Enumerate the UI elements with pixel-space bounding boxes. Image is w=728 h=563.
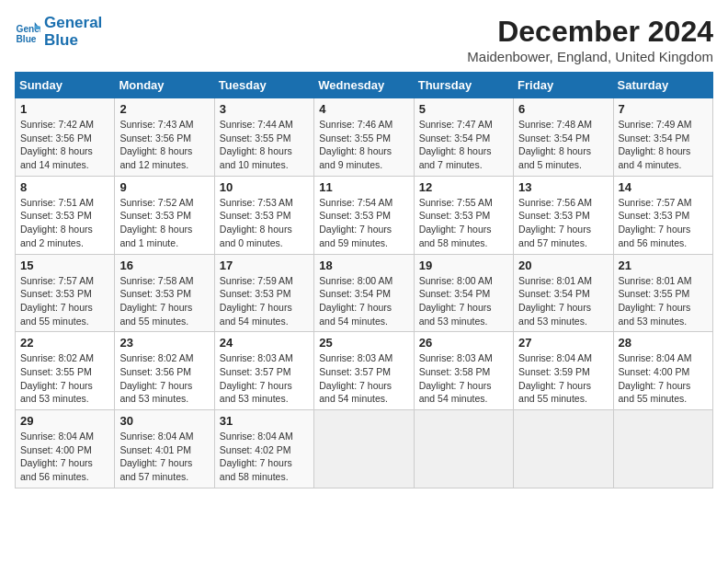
day-info: Sunrise: 8:01 AMSunset: 3:54 PMDaylight:… — [518, 275, 592, 327]
day-number: 7 — [619, 102, 708, 116]
calendar-cell: 8 Sunrise: 7:51 AMSunset: 3:53 PMDayligh… — [16, 176, 115, 254]
logo-blue: Blue — [44, 32, 102, 50]
weekday-header: Monday — [115, 73, 214, 98]
day-number: 23 — [119, 336, 209, 350]
weekday-header: Friday — [514, 73, 613, 98]
svg-text:Blue: Blue — [17, 34, 37, 44]
calendar-cell — [414, 410, 513, 488]
day-info: Sunrise: 8:04 AMSunset: 4:00 PMDaylight:… — [619, 352, 692, 404]
calendar-cell — [514, 410, 613, 488]
calendar-cell: 23 Sunrise: 8:02 AMSunset: 3:56 PMDaylig… — [115, 332, 214, 410]
calendar-week-row: 8 Sunrise: 7:51 AMSunset: 3:53 PMDayligh… — [16, 176, 713, 254]
calendar-cell: 30 Sunrise: 8:04 AMSunset: 4:01 PMDaylig… — [115, 410, 214, 488]
page-header: General Blue General Blue December 2024 … — [15, 15, 713, 64]
calendar-cell: 15 Sunrise: 7:57 AMSunset: 3:53 PMDaylig… — [16, 254, 115, 332]
calendar-cell: 29 Sunrise: 8:04 AMSunset: 4:00 PMDaylig… — [16, 410, 115, 488]
day-info: Sunrise: 8:00 AMSunset: 3:54 PMDaylight:… — [319, 275, 392, 327]
logo-icon: General Blue — [15, 19, 40, 45]
day-number: 22 — [20, 336, 109, 350]
calendar-cell: 24 Sunrise: 8:03 AMSunset: 3:57 PMDaylig… — [214, 332, 313, 410]
day-info: Sunrise: 8:01 AMSunset: 3:55 PMDaylight:… — [619, 275, 692, 327]
day-info: Sunrise: 7:58 AMSunset: 3:53 PMDaylight:… — [119, 275, 193, 327]
day-number: 24 — [220, 336, 309, 350]
day-info: Sunrise: 8:04 AMSunset: 4:02 PMDaylight:… — [220, 431, 293, 482]
day-info: Sunrise: 8:02 AMSunset: 3:56 PMDaylight:… — [119, 352, 193, 404]
calendar-cell: 13 Sunrise: 7:56 AMSunset: 3:53 PMDaylig… — [514, 176, 613, 254]
calendar-cell: 14 Sunrise: 7:57 AMSunset: 3:53 PMDaylig… — [613, 176, 712, 254]
location-title: Maidenbower, England, United Kingdom — [467, 49, 713, 64]
day-number: 14 — [619, 180, 708, 194]
day-info: Sunrise: 8:03 AMSunset: 3:57 PMDaylight:… — [319, 352, 392, 404]
calendar-cell: 31 Sunrise: 8:04 AMSunset: 4:02 PMDaylig… — [214, 410, 313, 488]
day-number: 18 — [319, 259, 408, 272]
month-title: December 2024 — [467, 15, 713, 49]
day-number: 30 — [119, 414, 209, 428]
calendar-week-row: 15 Sunrise: 7:57 AMSunset: 3:53 PMDaylig… — [16, 254, 713, 332]
day-number: 16 — [119, 259, 209, 272]
day-info: Sunrise: 8:04 AMSunset: 4:00 PMDaylight:… — [20, 431, 94, 482]
day-info: Sunrise: 7:47 AMSunset: 3:54 PMDaylight:… — [419, 119, 493, 170]
calendar-cell: 26 Sunrise: 8:03 AMSunset: 3:58 PMDaylig… — [414, 332, 513, 410]
title-block: December 2024 Maidenbower, England, Unit… — [467, 15, 713, 64]
calendar-cell: 16 Sunrise: 7:58 AMSunset: 3:53 PMDaylig… — [115, 254, 214, 332]
day-number: 13 — [518, 180, 608, 194]
day-number: 29 — [20, 414, 109, 428]
weekday-header: Saturday — [613, 73, 712, 98]
day-number: 4 — [319, 102, 408, 116]
calendar-table: SundayMondayTuesdayWednesdayThursdayFrid… — [15, 72, 713, 488]
day-info: Sunrise: 8:02 AMSunset: 3:55 PMDaylight:… — [20, 352, 94, 404]
logo-general: General — [44, 15, 102, 32]
calendar-cell: 11 Sunrise: 7:54 AMSunset: 3:53 PMDaylig… — [314, 176, 414, 254]
calendar-week-row: 29 Sunrise: 8:04 AMSunset: 4:00 PMDaylig… — [16, 410, 713, 488]
weekday-header: Wednesday — [314, 73, 414, 98]
day-info: Sunrise: 7:52 AMSunset: 3:53 PMDaylight:… — [119, 197, 193, 248]
calendar-cell: 10 Sunrise: 7:53 AMSunset: 3:53 PMDaylig… — [214, 176, 313, 254]
day-number: 11 — [319, 180, 408, 194]
day-number: 1 — [20, 102, 109, 116]
calendar-cell: 25 Sunrise: 8:03 AMSunset: 3:57 PMDaylig… — [314, 332, 414, 410]
calendar-cell: 6 Sunrise: 7:48 AMSunset: 3:54 PMDayligh… — [514, 98, 613, 177]
logo: General Blue General Blue — [15, 15, 102, 49]
day-number: 2 — [119, 102, 209, 116]
day-number: 15 — [20, 259, 109, 272]
day-info: Sunrise: 7:57 AMSunset: 3:53 PMDaylight:… — [619, 197, 692, 248]
day-info: Sunrise: 7:42 AMSunset: 3:56 PMDaylight:… — [20, 119, 94, 170]
day-number: 10 — [220, 180, 309, 194]
day-number: 9 — [119, 180, 209, 194]
weekday-header: Thursday — [414, 73, 513, 98]
day-number: 12 — [419, 180, 508, 194]
day-info: Sunrise: 7:51 AMSunset: 3:53 PMDaylight:… — [20, 197, 94, 248]
day-info: Sunrise: 7:54 AMSunset: 3:53 PMDaylight:… — [319, 197, 392, 248]
day-number: 6 — [518, 102, 608, 116]
day-info: Sunrise: 8:04 AMSunset: 3:59 PMDaylight:… — [518, 352, 592, 404]
calendar-cell: 2 Sunrise: 7:43 AMSunset: 3:56 PMDayligh… — [115, 98, 214, 177]
day-info: Sunrise: 7:44 AMSunset: 3:55 PMDaylight:… — [220, 119, 293, 170]
day-info: Sunrise: 7:48 AMSunset: 3:54 PMDaylight:… — [518, 119, 592, 170]
day-info: Sunrise: 7:46 AMSunset: 3:55 PMDaylight:… — [319, 119, 392, 170]
day-number: 21 — [619, 259, 708, 272]
day-number: 8 — [20, 180, 109, 194]
calendar-cell: 7 Sunrise: 7:49 AMSunset: 3:54 PMDayligh… — [613, 98, 712, 177]
day-info: Sunrise: 8:03 AMSunset: 3:58 PMDaylight:… — [419, 352, 493, 404]
day-info: Sunrise: 7:43 AMSunset: 3:56 PMDaylight:… — [119, 119, 193, 170]
calendar-cell — [613, 410, 712, 488]
day-info: Sunrise: 7:57 AMSunset: 3:53 PMDaylight:… — [20, 275, 94, 327]
calendar-cell: 27 Sunrise: 8:04 AMSunset: 3:59 PMDaylig… — [514, 332, 613, 410]
calendar-cell — [314, 410, 414, 488]
calendar-cell: 4 Sunrise: 7:46 AMSunset: 3:55 PMDayligh… — [314, 98, 414, 177]
day-info: Sunrise: 7:56 AMSunset: 3:53 PMDaylight:… — [518, 197, 592, 248]
calendar-cell: 3 Sunrise: 7:44 AMSunset: 3:55 PMDayligh… — [214, 98, 313, 177]
day-info: Sunrise: 8:00 AMSunset: 3:54 PMDaylight:… — [419, 275, 493, 327]
calendar-cell: 1 Sunrise: 7:42 AMSunset: 3:56 PMDayligh… — [16, 98, 115, 177]
day-number: 19 — [419, 259, 508, 272]
calendar-cell: 19 Sunrise: 8:00 AMSunset: 3:54 PMDaylig… — [414, 254, 513, 332]
calendar-week-row: 1 Sunrise: 7:42 AMSunset: 3:56 PMDayligh… — [16, 98, 713, 177]
day-number: 17 — [220, 259, 309, 272]
calendar-cell: 5 Sunrise: 7:47 AMSunset: 3:54 PMDayligh… — [414, 98, 513, 177]
day-number: 28 — [619, 336, 708, 350]
day-info: Sunrise: 7:59 AMSunset: 3:53 PMDaylight:… — [220, 275, 293, 327]
calendar-cell: 28 Sunrise: 8:04 AMSunset: 4:00 PMDaylig… — [613, 332, 712, 410]
calendar-cell: 12 Sunrise: 7:55 AMSunset: 3:53 PMDaylig… — [414, 176, 513, 254]
day-number: 26 — [419, 336, 508, 350]
day-info: Sunrise: 7:53 AMSunset: 3:53 PMDaylight:… — [220, 197, 293, 248]
